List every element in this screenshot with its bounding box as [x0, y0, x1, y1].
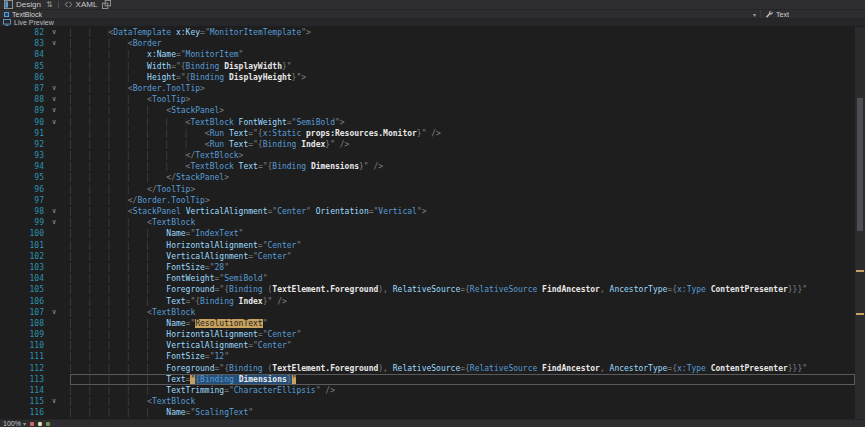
code-line[interactable]: 106 Text="{Binding Index}" />: [0, 296, 865, 307]
fold-toggle-icon[interactable]: ∨: [52, 83, 70, 94]
fold-gutter: [52, 329, 70, 340]
live-preview-tab[interactable]: Live Preview: [3, 19, 54, 26]
line-number: 115: [0, 396, 52, 407]
code-line[interactable]: 103 FontSize="28": [0, 262, 865, 273]
code-line[interactable]: 105 Foreground="{Binding (TextElement.Fo…: [0, 284, 865, 295]
xaml-tab[interactable]: XAML: [64, 0, 98, 9]
chevron-down-icon[interactable]: ▾: [753, 11, 756, 18]
fold-gutter: [52, 340, 70, 351]
health-indicator-icon[interactable]: [46, 422, 50, 426]
fold-gutter: [52, 161, 70, 172]
zoom-control[interactable]: 100% ▾: [3, 420, 26, 427]
code-line[interactable]: 111 FontSize="12": [0, 351, 865, 362]
wrench-icon: [765, 10, 773, 18]
code-line[interactable]: 92 <Run Text="{Binding Index}" />: [0, 139, 865, 150]
code-text: </StackPanel>: [70, 172, 865, 183]
code-line[interactable]: 98∨ <StackPanel VerticalAlignment="Cente…: [0, 206, 865, 217]
fold-toggle-icon[interactable]: ∨: [52, 396, 70, 407]
fold-gutter: [52, 351, 70, 362]
code-line[interactable]: 82∨ <DataTemplate x:Key="MonitorItemTemp…: [0, 27, 865, 38]
line-number: 107: [0, 307, 52, 318]
fold-toggle-icon[interactable]: ∨: [52, 206, 70, 217]
code-line[interactable]: 87∨ <Border.ToolTip>: [0, 83, 865, 94]
code-editor[interactable]: 82∨ <DataTemplate x:Key="MonitorItemTemp…: [0, 27, 865, 419]
code-line[interactable]: 90∨ <TextBlock FontWeight="SemiBold">: [0, 117, 865, 128]
swap-panes-icon[interactable]: ⇅: [46, 1, 53, 9]
fold-gutter: [52, 284, 70, 295]
code-line[interactable]: 83∨ <Border: [0, 38, 865, 49]
code-text: VerticalAlignment="Center": [70, 340, 865, 351]
line-number: 99: [0, 217, 52, 228]
fold-gutter: [52, 72, 70, 83]
line-number: 104: [0, 273, 52, 284]
line-number: 106: [0, 296, 52, 307]
fold-toggle-icon[interactable]: ∨: [52, 117, 70, 128]
fold-gutter: [52, 240, 70, 251]
code-line[interactable]: 85 Width="{Binding DisplayWidth}": [0, 61, 865, 72]
code-line[interactable]: 116 Name="ScalingText": [0, 407, 865, 418]
code-text: <ToolTip>: [70, 94, 865, 105]
xaml-tab-label: XAML: [76, 0, 98, 9]
line-number: 112: [0, 363, 52, 374]
element-dropdown[interactable]: TextBlock ▾: [0, 10, 760, 18]
code-text: <Run Text="{x:Static props:Resources.Mon…: [70, 128, 865, 139]
code-text: <DataTemplate x:Key="MonitorItemTemplate…: [70, 27, 865, 38]
designer-split-toolbar: Design ⇅ XAML: [0, 0, 865, 10]
code-line[interactable]: 112 Foreground="{Binding (TextElement.Fo…: [0, 363, 865, 374]
fold-gutter: [52, 172, 70, 183]
code-line[interactable]: 94 <TextBlock Text="{Binding Dimensions}…: [0, 161, 865, 172]
navigation-bar: TextBlock ▾ Text: [0, 10, 865, 19]
fold-toggle-icon[interactable]: ∨: [52, 94, 70, 105]
code-line[interactable]: 96 </ToolTip>: [0, 184, 865, 195]
code-line[interactable]: 89∨ <StackPanel>: [0, 105, 865, 116]
zoom-chevron-icon: ▾: [23, 420, 26, 427]
warning-indicator-icon[interactable]: [38, 422, 42, 426]
code-line[interactable]: 88∨ <ToolTip>: [0, 94, 865, 105]
fold-toggle-icon[interactable]: ∨: [52, 217, 70, 228]
code-line[interactable]: 108 Name="ResolutionText": [0, 318, 865, 329]
line-number: 109: [0, 329, 52, 340]
vertical-scrollbar[interactable]: [855, 27, 865, 419]
code-line[interactable]: 110 VerticalAlignment="Center": [0, 340, 865, 351]
code-line[interactable]: 100 Name="IndexText": [0, 228, 865, 239]
scrollbar-thumb[interactable]: [857, 98, 863, 231]
error-indicator-icon[interactable]: [30, 422, 34, 426]
popout-icon[interactable]: [102, 0, 111, 9]
code-line[interactable]: 101 HorizontalAlignment="Center": [0, 240, 865, 251]
design-icon: [4, 0, 13, 9]
code-line[interactable]: 114 TextTrimming="CharacterEllipsis" />: [0, 385, 865, 396]
code-line[interactable]: 86 Height="{Binding DisplayHeight}">: [0, 72, 865, 83]
live-preview-label: Live Preview: [14, 19, 54, 26]
element-dropdown-value: TextBlock: [12, 11, 42, 18]
fold-toggle-icon[interactable]: ∨: [52, 38, 70, 49]
code-line[interactable]: 109 HorizontalAlignment="Center": [0, 329, 865, 340]
line-number: 91: [0, 128, 52, 139]
code-line[interactable]: 102 VerticalAlignment="Center": [0, 251, 865, 262]
live-preview-icon: [3, 19, 11, 26]
line-number: 111: [0, 351, 52, 362]
code-line[interactable]: 91 <Run Text="{x:Static props:Resources.…: [0, 128, 865, 139]
code-text: <Run Text="{Binding Index}" />: [70, 139, 865, 150]
line-number: 83: [0, 38, 52, 49]
code-line[interactable]: 115∨ <TextBlock: [0, 396, 865, 407]
code-line[interactable]: 95 </StackPanel>: [0, 172, 865, 183]
code-line[interactable]: 113 Text="{Binding Dimensions}": [0, 374, 865, 385]
code-line[interactable]: 93 </TextBlock>: [0, 150, 865, 161]
code-line[interactable]: 99∨ <TextBlock: [0, 217, 865, 228]
code-text: Name="ResolutionText": [70, 318, 865, 329]
code-line[interactable]: 107∨ <TextBlock: [0, 307, 865, 318]
line-number: 97: [0, 195, 52, 206]
line-number: 94: [0, 161, 52, 172]
fold-toggle-icon[interactable]: ∨: [52, 307, 70, 318]
code-text: </TextBlock>: [70, 150, 865, 161]
fold-toggle-icon[interactable]: ∨: [52, 27, 70, 38]
design-tab[interactable]: Design: [4, 0, 41, 9]
code-line[interactable]: 97 </Border.ToolTip>: [0, 195, 865, 206]
fold-gutter: [52, 251, 70, 262]
code-line[interactable]: 104 FontWeight="SemiBold": [0, 273, 865, 284]
line-number: 114: [0, 385, 52, 396]
property-dropdown[interactable]: Text: [760, 10, 865, 18]
fold-gutter: [52, 139, 70, 150]
code-line[interactable]: 84 x:Name="MonitorItem": [0, 49, 865, 60]
fold-toggle-icon[interactable]: ∨: [52, 105, 70, 116]
